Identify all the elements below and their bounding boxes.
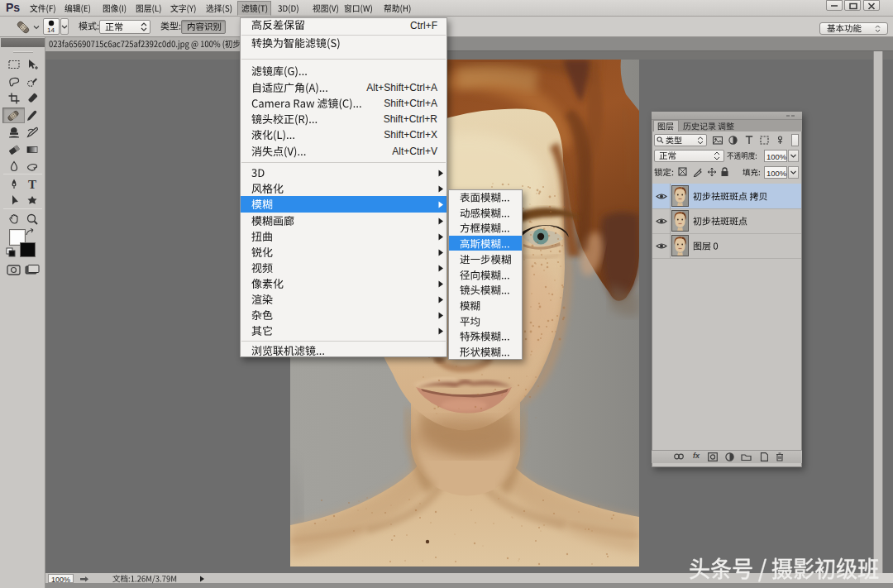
svg-text:T: T (28, 178, 36, 191)
